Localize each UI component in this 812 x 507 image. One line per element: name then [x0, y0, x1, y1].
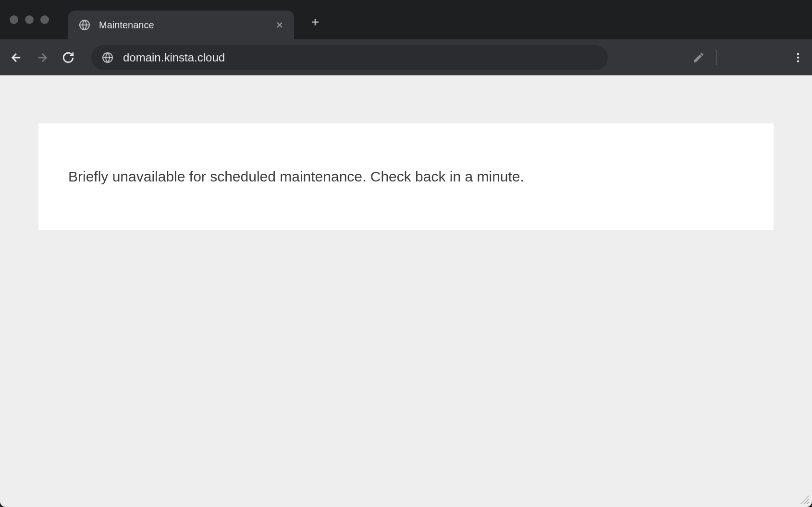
maintenance-card: Briefly unavailable for scheduled mainte…: [38, 123, 774, 230]
toolbar-right: [692, 50, 717, 65]
svg-point-3: [797, 56, 799, 58]
kebab-menu-icon[interactable]: [792, 51, 804, 64]
svg-point-2: [797, 53, 799, 55]
tab-strip: Maintenance: [0, 0, 812, 39]
close-tab-icon[interactable]: [275, 20, 284, 30]
url-text: domain.kinsta.cloud: [123, 51, 597, 64]
tab-title: Maintenance: [99, 20, 266, 31]
globe-icon: [79, 19, 90, 31]
browser-toolbar: domain.kinsta.cloud: [0, 39, 812, 75]
traffic-light-close[interactable]: [10, 15, 18, 24]
svg-point-4: [797, 60, 799, 62]
reload-button[interactable]: [62, 51, 75, 64]
address-bar[interactable]: domain.kinsta.cloud: [91, 45, 608, 70]
browser-tab[interactable]: Maintenance: [68, 11, 294, 39]
edit-icon[interactable]: [692, 51, 705, 64]
page-viewport: Briefly unavailable for scheduled mainte…: [0, 75, 812, 507]
nav-buttons: [10, 51, 75, 64]
back-button[interactable]: [10, 51, 23, 64]
new-tab-button[interactable]: [306, 12, 325, 32]
resize-handle-icon[interactable]: [800, 495, 809, 504]
window-controls: [10, 15, 49, 24]
maintenance-message: Briefly unavailable for scheduled mainte…: [68, 167, 744, 187]
traffic-light-zoom[interactable]: [40, 15, 49, 24]
traffic-light-minimize[interactable]: [25, 15, 34, 24]
forward-button: [36, 51, 49, 64]
site-info-icon[interactable]: [102, 52, 113, 63]
toolbar-divider: [716, 50, 717, 65]
